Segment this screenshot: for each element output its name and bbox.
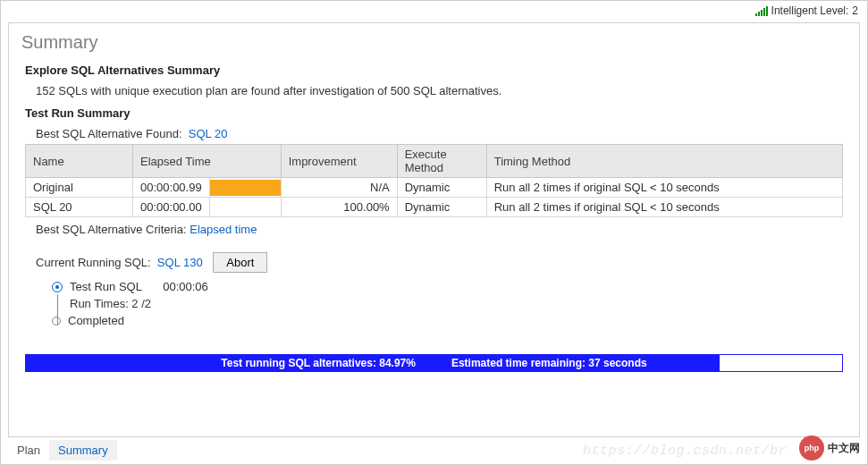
watermark-text: https://blog.csdn.net/br [583,444,787,459]
signal-icon [755,5,768,16]
intelligent-level-value: 2 [852,4,858,17]
step-completed-label: Completed [68,314,124,327]
best-sql-link[interactable]: SQL 20 [189,127,228,140]
col-timing: Timing Method [486,145,842,178]
site-logo: php 中文网 [799,435,860,461]
intelligent-level-label: Intelligent Level: [771,4,849,17]
table-header-row: Name Elapsed Time Improvement Execute Me… [26,145,843,178]
best-sql-label: Best SQL Alternative Found: [36,127,182,140]
cell-elapsed-bar [209,198,281,217]
tab-summary[interactable]: Summary [49,440,117,461]
criteria-label: Best SQL Alternative Criteria: [36,223,187,236]
cell-execute: Dynamic [397,198,486,217]
abort-button[interactable]: Abort [213,252,267,273]
step-test-run-time: 00:00:06 [163,280,208,293]
bottom-tabs: Plan Summary [8,440,117,461]
cell-timing: Run all 2 times if original SQL < 10 sec… [486,178,842,198]
intelligent-level-status: Intelligent Level: 2 [755,4,858,17]
cell-execute: Dynamic [397,178,486,198]
cell-name: Original [26,178,133,198]
main-panel: Summary Explore SQL Alternatives Summary… [8,22,860,437]
cell-improvement: N/A [281,178,397,198]
cell-name: SQL 20 [26,198,133,217]
col-elapsed: Elapsed Time [133,145,282,178]
step-test-run-label: Test Run SQL [70,280,142,293]
tab-plan[interactable]: Plan [8,440,49,461]
page-title: Summary [9,23,859,60]
col-execute: Execute Method [397,145,486,178]
step-run-times: Run Times: 2 /2 [70,297,151,310]
cell-elapsed: 00:00:00.99 [133,178,210,198]
php-icon: php [799,435,824,461]
step-pending-icon [52,317,61,326]
progress-bar: Test running SQL alternatives: 84.97% Es… [25,354,843,372]
logo-text: 中文网 [828,441,860,456]
run-steps: Test Run SQL 00:00:06 Run Times: 2 /2 Co… [52,280,843,327]
explore-heading: Explore SQL Alternatives Summary [25,63,843,77]
table-row[interactable]: Original 00:00:00.99 N/A Dynamic Run all… [26,178,843,198]
step-active-icon [52,282,63,292]
step-connector-line [57,294,58,325]
cell-elapsed-bar [209,178,281,198]
cell-improvement: 100.00% [281,198,397,217]
col-name: Name [26,145,133,178]
table-row[interactable]: SQL 20 00:00:00.00 100.00% Dynamic Run a… [26,198,843,217]
cell-elapsed: 00:00:00.00 [133,198,210,217]
current-running-sql-link[interactable]: SQL 130 [157,256,203,269]
testrun-heading: Test Run Summary [25,106,843,120]
col-improvement: Improvement [281,145,397,178]
explore-text: 152 SQLs with unique execution plan are … [36,84,843,97]
current-running-label: Current Running SQL: [36,256,151,269]
progress-text-1: Test running SQL alternatives: 84.97% [221,357,416,369]
criteria-link[interactable]: Elapsed time [190,223,257,236]
progress-text-2: Estimated time remaining: 37 seconds [451,357,647,369]
results-table: Name Elapsed Time Improvement Execute Me… [25,144,843,217]
cell-timing: Run all 2 times if original SQL < 10 sec… [486,198,842,217]
